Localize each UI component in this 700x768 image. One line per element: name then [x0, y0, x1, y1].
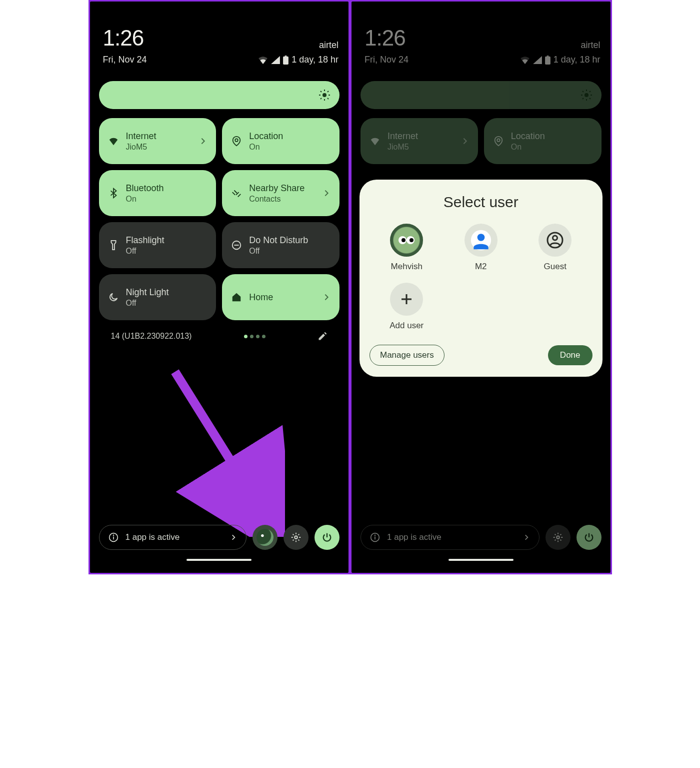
tile-title: Home [249, 292, 316, 303]
tile-home[interactable]: Home [222, 274, 340, 320]
tile-dnd[interactable]: Do Not Disturb Off [222, 222, 340, 268]
tile-title: Night Light [126, 287, 208, 298]
user-label: Guest [544, 262, 566, 272]
brightness-slider[interactable] [360, 81, 602, 109]
tile-subtitle: Contacts [249, 195, 316, 204]
status-bar: 1:26 airtel Fri, Nov 24 1 day, 18 hr [352, 2, 610, 65]
gear-icon [290, 532, 302, 543]
tile-subtitle: Off [126, 247, 208, 256]
user-label: Mehvish [391, 262, 422, 272]
svg-line-29 [590, 91, 590, 92]
annotation-arrow [165, 362, 285, 537]
brightness-slider[interactable] [99, 81, 340, 109]
done-button[interactable]: Done [548, 345, 592, 365]
svg-rect-1 [285, 56, 287, 57]
add-user-button[interactable]: Add user [370, 283, 444, 331]
chevron-right-icon [322, 189, 330, 197]
plus-icon [390, 283, 423, 316]
page-indicator[interactable] [244, 335, 266, 338]
dialog-title: Select user [370, 194, 592, 211]
svg-rect-20 [546, 56, 548, 57]
home-icon [231, 292, 242, 303]
settings-button[interactable] [284, 525, 308, 550]
svg-line-10 [328, 91, 328, 92]
wifi-icon [108, 136, 119, 147]
battery-text: 1 day, 18 hr [292, 55, 338, 65]
svg-point-17 [112, 535, 114, 536]
clock: 1:26 [103, 26, 144, 51]
svg-point-18 [294, 536, 298, 539]
chevron-right-icon [230, 534, 237, 541]
user-option-m2[interactable]: M2 [444, 224, 518, 272]
phone-screen-left: 1:26 airtel Fri, Nov 24 1 day, 18 hr [90, 2, 349, 573]
battery-icon [545, 56, 550, 65]
svg-line-8 [328, 98, 328, 99]
user-option-guest[interactable]: Guest [518, 224, 592, 272]
avatar-icon [256, 529, 274, 546]
tile-nearby-share[interactable]: Nearby Share Contacts [222, 170, 340, 216]
power-button[interactable] [576, 525, 602, 550]
active-apps-pill[interactable]: 1 app is active [99, 525, 247, 550]
nav-handle[interactable] [186, 559, 252, 561]
location-icon [231, 136, 242, 147]
tile-title: Internet [388, 131, 454, 142]
svg-point-36 [477, 234, 484, 241]
svg-point-30 [497, 139, 500, 142]
tile-subtitle: JioM5 [388, 143, 454, 152]
tile-title: Internet [126, 131, 192, 142]
active-apps-pill[interactable]: 1 app is active [360, 525, 540, 550]
tile-location[interactable]: Location On [222, 118, 340, 164]
svg-point-38 [553, 236, 558, 240]
edit-icon[interactable] [318, 331, 328, 341]
tile-internet[interactable]: Internet JioM5 [360, 118, 478, 164]
wifi-icon [370, 136, 380, 147]
settings-button[interactable] [546, 525, 570, 550]
status-icons: 1 day, 18 hr [520, 55, 600, 65]
svg-rect-0 [283, 56, 288, 64]
brightness-icon [318, 89, 330, 101]
date-label: Fri, Nov 24 [364, 55, 408, 65]
chevron-right-icon [461, 137, 469, 145]
svg-point-43 [374, 535, 376, 536]
svg-line-14 [175, 372, 262, 512]
tile-subtitle: JioM5 [126, 143, 192, 152]
bluetooth-icon [108, 188, 119, 199]
wifi-icon [520, 56, 530, 64]
tile-title: Location [511, 131, 592, 142]
user-option-mehvish[interactable]: Mehvish [370, 224, 444, 272]
chevron-right-icon [199, 137, 207, 145]
manage-users-button[interactable]: Manage users [370, 345, 444, 366]
status-bar: 1:26 airtel Fri, Nov 24 1 day, 18 hr [90, 2, 349, 65]
active-apps-label: 1 app is active [387, 532, 516, 542]
signal-icon [533, 56, 542, 64]
select-user-dialog: Select user Mehvish M2 [360, 180, 602, 377]
gear-icon [552, 532, 564, 543]
svg-line-9 [320, 98, 322, 99]
guest-icon [538, 224, 572, 257]
nav-handle[interactable] [448, 559, 514, 561]
chevron-right-icon [322, 293, 330, 301]
quick-settings: Internet JioM5 Location On [352, 118, 610, 170]
tile-bluetooth[interactable]: Bluetooth On [99, 170, 216, 216]
flashlight-icon [108, 240, 119, 251]
info-icon [370, 532, 380, 542]
user-switch-button[interactable] [252, 525, 278, 550]
power-icon [584, 532, 594, 543]
svg-point-34 [410, 238, 414, 242]
svg-line-7 [320, 91, 322, 92]
tile-location[interactable]: Location On [484, 118, 602, 164]
tile-flashlight[interactable]: Flashlight Off [99, 222, 216, 268]
tile-subtitle: Off [126, 299, 208, 308]
svg-point-44 [556, 536, 560, 539]
power-icon [322, 532, 332, 543]
tile-subtitle: On [249, 143, 330, 152]
quick-settings: Internet JioM5 Location On [90, 118, 349, 341]
svg-line-27 [590, 98, 590, 99]
brightness-icon [580, 89, 592, 101]
tile-title: Location [249, 131, 330, 142]
tile-subtitle: Off [249, 247, 330, 256]
tile-internet[interactable]: Internet JioM5 [99, 118, 216, 164]
chevron-right-icon [523, 534, 530, 541]
tile-night-light[interactable]: Night Light Off [99, 274, 216, 320]
power-button[interactable] [314, 525, 340, 550]
